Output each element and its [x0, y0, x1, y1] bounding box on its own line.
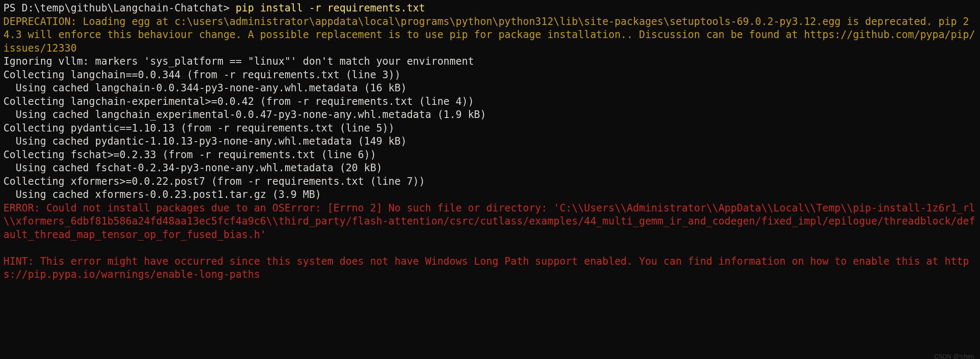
terminal-output[interactable]: PS D:\temp\github\Langchain-Chatchat> pi… [0, 0, 980, 282]
output-line: Collecting pydantic==1.10.13 (from -r re… [3, 122, 395, 134]
output-line: Using cached xformers-0.0.23.post1.tar.g… [3, 189, 321, 200]
output-line: Using cached pydantic-1.10.13-py3-none-a… [3, 135, 407, 147]
prompt-ps: PS D:\temp\github\Langchain-Chatchat> [3, 2, 236, 14]
output-hint-line: HINT: This error might have occurred sin… [3, 255, 969, 281]
output-line: Using cached langchain_experimental-0.0.… [3, 109, 486, 121]
output-line: Using cached langchain-0.0.344-py3-none-… [3, 82, 407, 94]
prompt-command: pip install -r requirements.txt [236, 2, 425, 14]
output-line: Collecting xformers>=0.0.22.post7 (from … [3, 175, 425, 187]
output-line: Collecting fschat>=0.2.33 (from -r requi… [3, 149, 376, 161]
output-line: Using cached fschat-0.2.34-py3-none-any.… [3, 162, 382, 174]
watermark-text: CSDN @!chen [934, 353, 974, 359]
output-line: Collecting langchain-experimental>=0.0.4… [3, 96, 474, 107]
output-line: Collecting langchain==0.0.344 (from -r r… [3, 69, 401, 81]
output-line: DEPRECATION: Loading egg at c:\users\adm… [3, 16, 975, 54]
output-line: Ignoring vllm: markers 'sys_platform == … [3, 55, 474, 67]
output-error-line: ERROR: Could not install packages due to… [3, 202, 975, 241]
